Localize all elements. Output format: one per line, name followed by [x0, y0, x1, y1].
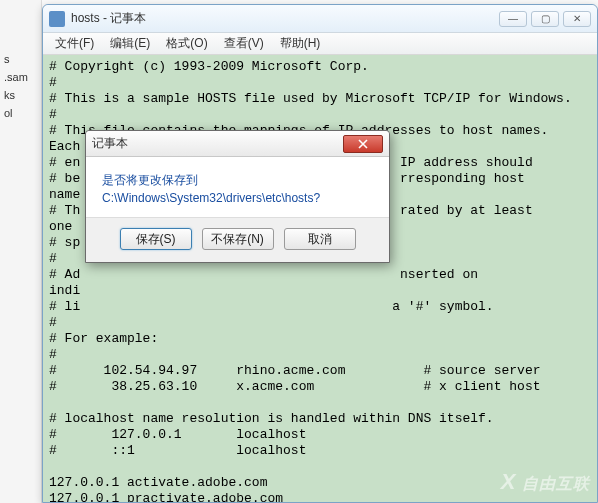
dialog-titlebar[interactable]: 记事本 — [86, 131, 389, 157]
sidebar-item[interactable]: .sam — [0, 68, 41, 86]
dialog-message: 是否将更改保存到 C:\Windows\System32\drivers\etc… — [86, 157, 389, 217]
dialog-title: 记事本 — [92, 135, 343, 152]
dialog-line2: C:\Windows\System32\drivers\etc\hosts? — [102, 189, 373, 207]
window-title: hosts - 记事本 — [71, 10, 499, 27]
sidebar-item[interactable]: ks — [0, 86, 41, 104]
cancel-button[interactable]: 取消 — [284, 228, 356, 250]
sidebar-item[interactable]: ol — [0, 104, 41, 122]
menu-edit[interactable]: 编辑(E) — [102, 33, 158, 54]
dont-save-button[interactable]: 不保存(N) — [202, 228, 274, 250]
sidebar-item[interactable]: s — [0, 50, 41, 68]
dialog-line1: 是否将更改保存到 — [102, 171, 373, 189]
save-button[interactable]: 保存(S) — [120, 228, 192, 250]
menu-file[interactable]: 文件(F) — [47, 33, 102, 54]
dialog-close-button[interactable] — [343, 135, 383, 153]
minimize-button[interactable]: — — [499, 11, 527, 27]
explorer-sidebar: s .sam ks ol — [0, 0, 42, 503]
menu-format[interactable]: 格式(O) — [158, 33, 215, 54]
text-editor[interactable]: # Copyright (c) 1993-2009 Microsoft Corp… — [43, 55, 597, 502]
close-button[interactable]: ✕ — [563, 11, 591, 27]
menubar: 文件(F) 编辑(E) 格式(O) 查看(V) 帮助(H) — [43, 33, 597, 55]
save-dialog: 记事本 是否将更改保存到 C:\Windows\System32\drivers… — [85, 130, 390, 263]
menu-view[interactable]: 查看(V) — [216, 33, 272, 54]
menu-help[interactable]: 帮助(H) — [272, 33, 329, 54]
close-icon — [358, 139, 368, 149]
maximize-button[interactable]: ▢ — [531, 11, 559, 27]
notepad-icon — [49, 11, 65, 27]
titlebar[interactable]: hosts - 记事本 — ▢ ✕ — [43, 5, 597, 33]
dialog-buttons: 保存(S) 不保存(N) 取消 — [86, 217, 389, 262]
